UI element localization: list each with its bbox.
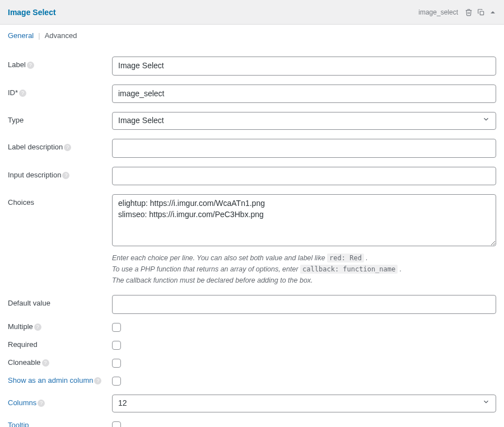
default-value-input[interactable]: [112, 295, 496, 314]
type-select-value: Image Select: [118, 115, 164, 126]
panel-actions: image_select: [418, 8, 496, 16]
tooltip-label[interactable]: Tooltip: [8, 420, 112, 427]
cloneable-checkbox[interactable]: [112, 359, 121, 368]
columns-select-value: 12: [118, 398, 127, 409]
choices-label: Choices: [8, 194, 112, 207]
tooltip-checkbox[interactable]: [112, 421, 121, 427]
row-multiple: Multiple?: [8, 322, 496, 332]
form-body: Label? ID*? Type Image Select Label desc…: [0, 43, 504, 427]
tab-general[interactable]: General: [8, 31, 37, 40]
choices-hint: Enter each choice per line. You can also…: [112, 252, 496, 286]
label-desc-label: Label description?: [8, 139, 112, 151]
label-input[interactable]: [112, 57, 496, 76]
row-columns: Columns? 12: [8, 395, 496, 412]
row-type: Type Image Select: [8, 112, 496, 130]
required-checkbox[interactable]: [112, 341, 121, 350]
row-label-desc: Label description?: [8, 139, 496, 158]
label-desc-input[interactable]: [112, 139, 496, 158]
help-icon[interactable]: ?: [38, 400, 45, 407]
row-tooltip: Tooltip: [8, 420, 496, 427]
row-input-desc: Input description?: [8, 167, 496, 186]
required-label: Required: [8, 340, 112, 349]
columns-label[interactable]: Columns?: [8, 395, 112, 407]
collapse-icon[interactable]: [489, 9, 496, 16]
help-icon[interactable]: ?: [42, 359, 49, 367]
help-icon[interactable]: ?: [94, 377, 101, 384]
help-icon[interactable]: ?: [62, 172, 69, 179]
row-required: Required: [8, 340, 496, 350]
multiple-label: Multiple?: [8, 322, 112, 331]
id-label: ID*?: [8, 85, 112, 97]
cloneable-label: Cloneable?: [8, 358, 112, 367]
type-select[interactable]: Image Select: [112, 112, 496, 130]
copy-icon[interactable]: [477, 8, 485, 16]
tab-advanced[interactable]: Advanced: [45, 31, 81, 40]
help-icon[interactable]: ?: [64, 144, 71, 151]
row-cloneable: Cloneable?: [8, 358, 496, 368]
columns-select[interactable]: 12: [112, 395, 496, 412]
choices-textarea[interactable]: [112, 194, 496, 246]
type-label: Type: [8, 112, 112, 124]
help-icon[interactable]: ?: [19, 90, 26, 97]
svg-rect-0: [480, 11, 483, 15]
trash-icon[interactable]: [465, 8, 473, 16]
tab-separator: |: [38, 31, 43, 40]
chevron-down-icon: [482, 115, 490, 126]
panel-header: Image Select image_select: [0, 0, 504, 25]
row-id: ID*?: [8, 85, 496, 104]
help-icon[interactable]: ?: [34, 323, 41, 331]
row-choices: Choices Enter each choice per line. You …: [8, 194, 496, 286]
panel-title: Image Select: [8, 8, 56, 17]
row-default-value: Default value: [8, 295, 496, 314]
panel-slug: image_select: [418, 8, 458, 16]
help-icon[interactable]: ?: [27, 62, 34, 69]
multiple-checkbox[interactable]: [112, 323, 121, 332]
input-desc-label: Input description?: [8, 167, 112, 179]
chevron-down-icon: [482, 398, 490, 409]
row-admin-column: Show as an admin column?: [8, 376, 496, 386]
id-input[interactable]: [112, 85, 496, 104]
input-desc-input[interactable]: [112, 167, 496, 186]
default-value-label: Default value: [8, 295, 112, 307]
tabs: General | Advanced: [0, 25, 504, 43]
label-label: Label?: [8, 57, 112, 69]
row-label: Label?: [8, 57, 496, 76]
admin-column-checkbox[interactable]: [112, 377, 121, 386]
admin-column-label[interactable]: Show as an admin column?: [8, 376, 112, 384]
